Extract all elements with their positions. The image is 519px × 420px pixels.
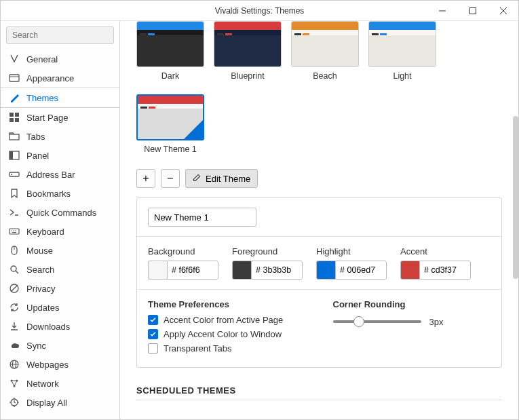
- startpage-icon: [9, 112, 20, 123]
- pref-label: Accent Color from Active Page: [164, 315, 283, 325]
- svg-rect-19: [12, 232, 16, 233]
- theme-preview[interactable]: [291, 21, 359, 67]
- corner-rounding-heading: Corner Rounding: [333, 299, 491, 309]
- nav-list: GeneralAppearanceThemesStart PageTabsPan…: [1, 50, 119, 419]
- checkbox-icon: [148, 315, 158, 325]
- color-swatch[interactable]: [232, 261, 251, 280]
- pref-accent-color-from-active-page[interactable]: Accent Color from Active Page: [148, 315, 306, 325]
- sidebar-item-themes[interactable]: Themes: [1, 88, 119, 108]
- sidebar-item-label: Mouse: [26, 246, 53, 256]
- sidebar-item-updates[interactable]: Updates: [1, 298, 119, 317]
- color-swatch[interactable]: [148, 261, 167, 280]
- scrollbar[interactable]: [513, 116, 518, 279]
- sidebar-item-tabs[interactable]: Tabs: [1, 127, 119, 146]
- svg-line-25: [11, 285, 18, 292]
- sidebar-item-label: Sync: [26, 341, 46, 351]
- sidebar-item-display-all[interactable]: Display All: [1, 393, 119, 412]
- corner-rounding-value: 3px: [429, 317, 444, 327]
- theme-name-label: Dark: [136, 71, 204, 81]
- mouse-icon: [9, 245, 20, 256]
- themes-icon: [9, 92, 20, 103]
- theme-card-new-theme-1: New Theme 1: [136, 94, 204, 154]
- sidebar-item-label: Keyboard: [26, 227, 64, 237]
- sidebar-item-webpages[interactable]: Webpages: [1, 355, 119, 374]
- sidebar-item-mouse[interactable]: Mouse: [1, 241, 119, 260]
- updates-icon: [9, 302, 20, 313]
- sidebar-item-label: Webpages: [26, 360, 69, 370]
- titlebar: Vivaldi Settings: Themes: [1, 1, 518, 21]
- svg-rect-6: [9, 113, 14, 117]
- svg-point-18: [15, 230, 16, 231]
- color-swatch[interactable]: [400, 261, 419, 280]
- checkbox-icon: [148, 343, 158, 354]
- pref-label: Apply Accent Color to Window: [164, 329, 282, 339]
- color-hex-input[interactable]: [167, 261, 218, 280]
- color-label: Highlight: [316, 246, 387, 256]
- sidebar-item-bookmarks[interactable]: Bookmarks: [1, 184, 119, 203]
- sidebar-item-search[interactable]: Search: [1, 260, 119, 279]
- svg-rect-15: [9, 229, 19, 234]
- theme-name-label: New Theme 1: [136, 145, 204, 154]
- sidebar-item-start-page[interactable]: Start Page: [1, 108, 119, 127]
- color-swatch[interactable]: [316, 261, 335, 280]
- color-group-ac: Accent: [400, 246, 471, 280]
- theme-toolbar: + − Edit Theme: [136, 169, 502, 188]
- theme-preview[interactable]: [368, 21, 436, 67]
- sidebar-item-keyboard[interactable]: Keyboard: [1, 222, 119, 241]
- theme-preview[interactable]: [214, 21, 282, 67]
- sidebar-item-label: Downloads: [26, 322, 70, 332]
- color-group-fg: Foreground: [232, 246, 303, 280]
- pencil-icon: [193, 173, 201, 184]
- pref-transparent-tabs[interactable]: Transparent Tabs: [148, 343, 306, 354]
- sidebar-item-sync[interactable]: Sync: [1, 336, 119, 355]
- downloads-icon: [9, 321, 20, 332]
- sidebar-item-address-bar[interactable]: Address Bar: [1, 165, 119, 184]
- vivaldi-icon: [9, 54, 20, 64]
- edit-theme-label: Edit Theme: [206, 174, 250, 184]
- corner-rounding-slider[interactable]: [333, 315, 421, 328]
- sidebar-item-panel[interactable]: Panel: [1, 146, 119, 165]
- maximize-button[interactable]: [457, 1, 488, 21]
- sidebar-item-label: Start Page: [26, 113, 68, 123]
- search-input[interactable]: [6, 26, 114, 44]
- sidebar-item-network[interactable]: Network: [1, 374, 119, 393]
- sidebar-item-general[interactable]: General: [1, 50, 119, 69]
- sidebar-item-label: Address Bar: [26, 170, 75, 180]
- sidebar-item-downloads[interactable]: Downloads: [1, 317, 119, 336]
- pref-label: Transparent Tabs: [164, 343, 231, 354]
- main-content: DarkBlueprintBeachLight New Theme 1 + − …: [120, 21, 518, 419]
- minimize-button[interactable]: [427, 1, 457, 21]
- pref-apply-accent-color-to-window[interactable]: Apply Accent Color to Window: [148, 329, 306, 339]
- checkmark-icon: [184, 120, 203, 139]
- remove-theme-button[interactable]: −: [161, 169, 180, 188]
- theme-preview[interactable]: [136, 94, 204, 140]
- color-hex-input[interactable]: [419, 261, 471, 280]
- theme-prefs-heading: Theme Preferences: [148, 299, 306, 309]
- add-theme-button[interactable]: +: [136, 169, 155, 188]
- sync-icon: [9, 340, 20, 351]
- theme-edit-panel: BackgroundForegroundHighlightAccent Them…: [136, 197, 502, 368]
- color-label: Accent: [400, 246, 471, 256]
- sidebar-item-appearance[interactable]: Appearance: [1, 69, 119, 88]
- panel-icon: [9, 150, 20, 161]
- color-hex-input[interactable]: [251, 261, 303, 280]
- sidebar-item-label: Privacy: [26, 284, 56, 294]
- sidebar-item-label: Tabs: [26, 132, 45, 142]
- svg-point-16: [11, 230, 12, 231]
- keyboard-icon: [9, 226, 20, 237]
- close-button[interactable]: [488, 1, 518, 21]
- divider: [136, 400, 502, 400]
- scheduled-themes-heading: SCHEDULED THEMES: [136, 385, 502, 396]
- sidebar-item-label: Themes: [26, 93, 58, 103]
- webpages-icon: [9, 359, 20, 370]
- sidebar-item-privacy[interactable]: Privacy: [1, 279, 119, 298]
- sidebar-item-label: Panel: [26, 151, 49, 161]
- sidebar-item-quick-commands[interactable]: Quick Commands: [1, 203, 119, 222]
- checkbox-icon: [148, 329, 158, 339]
- color-hex-input[interactable]: [335, 261, 387, 280]
- theme-preview[interactable]: [136, 21, 204, 67]
- svg-point-22: [11, 266, 16, 271]
- theme-name-input[interactable]: [148, 208, 256, 227]
- edit-theme-button[interactable]: Edit Theme: [185, 169, 258, 188]
- svg-point-14: [11, 174, 12, 175]
